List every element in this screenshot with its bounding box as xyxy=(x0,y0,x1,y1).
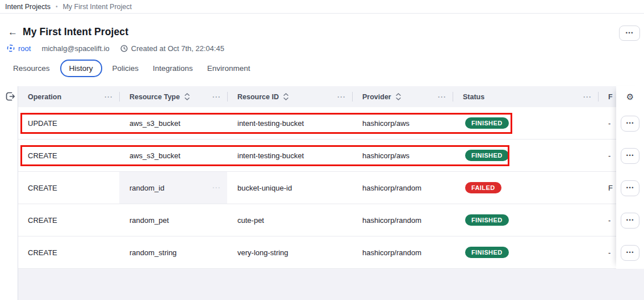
back-icon[interactable]: ← xyxy=(8,27,18,38)
cell-provider: hashicorp/random xyxy=(352,172,453,204)
row-actions-button[interactable]: ••• xyxy=(621,148,639,164)
project-meta: root michalg@spacelift.io Created at Oct… xyxy=(7,43,224,53)
tab-bar: Resources History Policies Integrations … xyxy=(13,58,250,78)
status-badge: FINISHED xyxy=(465,214,509,226)
cell-extra: - xyxy=(598,204,616,236)
status-badge: FINISHED xyxy=(465,117,509,129)
cell-operation: CREATE xyxy=(18,236,119,268)
breadcrumb-item-intent-projects[interactable]: Intent Projects xyxy=(5,3,51,11)
cell-extra: F xyxy=(598,172,616,204)
created-at-text: Created at Oct 7th, 22:04:45 xyxy=(131,44,224,53)
cell-extra: - xyxy=(598,236,616,268)
pinned-actions-column: ⚙ ••• ••• ••• ••• ••• xyxy=(616,86,644,269)
cell-resource-id: intent-testing-bucket xyxy=(227,107,352,139)
cell-resource-type: random_pet xyxy=(119,204,227,236)
cell-resource-id: intent-testing-bucket xyxy=(227,140,352,171)
column-header-partial[interactable]: F xyxy=(598,86,616,107)
row-actions-button[interactable]: ••• xyxy=(621,180,639,196)
table-row[interactable]: CREATE random_pet cute-pet hashicorp/ran… xyxy=(18,204,616,236)
cell-resource-id: very-long-string xyxy=(227,236,352,268)
cell-status: FAILED xyxy=(453,172,598,204)
table-row[interactable]: CREATE aws_s3_bucket intent-testing-buck… xyxy=(18,140,616,172)
cell-resource-id: bucket-unique-id xyxy=(227,172,352,204)
sort-icon[interactable] xyxy=(396,93,401,100)
tab-environment[interactable]: Environment xyxy=(207,64,250,73)
column-header-resource-id[interactable]: Resource ID ⋯ xyxy=(227,86,352,107)
space-target-icon xyxy=(7,44,15,52)
breadcrumb-separator: • xyxy=(56,3,58,10)
table-row[interactable]: CREATE random_id ⋯ bucket-unique-id hash… xyxy=(18,172,616,204)
sort-icon[interactable] xyxy=(283,93,288,100)
table-header: Operation ⋯ Resource Type ⋯ Resource ID … xyxy=(18,86,616,107)
cell-operation: CREATE xyxy=(18,140,119,171)
user-email: michalg@spacelift.io xyxy=(41,44,109,53)
tab-policies[interactable]: Policies xyxy=(112,64,139,73)
status-badge: FINISHED xyxy=(465,247,509,259)
cell-provider: hashicorp/aws xyxy=(352,140,453,171)
expand-panel-icon[interactable] xyxy=(5,91,16,102)
table-footer-area xyxy=(18,269,644,300)
created-item: Created at Oct 7th, 22:04:45 xyxy=(120,44,224,53)
tab-resources[interactable]: Resources xyxy=(13,64,50,73)
column-header-provider[interactable]: Provider ⋯ xyxy=(352,86,453,107)
tab-integrations[interactable]: Integrations xyxy=(153,64,193,73)
page-title: My First Intent Project xyxy=(23,26,128,38)
column-label: F xyxy=(608,93,613,101)
ellipsis-icon: ••• xyxy=(625,31,634,36)
cell-status: FINISHED xyxy=(453,107,598,139)
breadcrumb-item-current[interactable]: My First Intent Project xyxy=(62,3,132,11)
gear-icon[interactable]: ⚙ xyxy=(626,92,634,101)
cell-resource-id: cute-pet xyxy=(227,204,352,236)
cell-extra: - xyxy=(598,140,616,171)
column-label: Resource Type xyxy=(129,93,180,101)
row-actions-button[interactable]: ••• xyxy=(621,213,639,229)
cell-operation: CREATE xyxy=(18,204,119,236)
table-body: UPDATE aws_s3_bucket intent-testing-buck… xyxy=(18,107,616,269)
column-header-resource-type[interactable]: Resource Type ⋯ xyxy=(119,86,227,107)
column-label: Operation xyxy=(28,93,61,101)
cell-operation: UPDATE xyxy=(18,107,119,139)
cell-provider: hashicorp/random xyxy=(352,236,453,268)
cell-resource-type: random_string xyxy=(119,236,227,268)
ellipsis-icon: ••• xyxy=(626,250,634,255)
status-badge: FINISHED xyxy=(465,150,509,162)
column-label: Status xyxy=(463,93,484,101)
column-header-operation[interactable]: Operation ⋯ xyxy=(18,86,119,107)
project-actions-button[interactable]: ••• xyxy=(619,26,640,41)
sort-icon[interactable] xyxy=(185,93,190,100)
cell-resource-type[interactable]: random_id ⋯ xyxy=(119,172,227,204)
cell-text: random_id xyxy=(129,184,164,192)
cell-operation: CREATE xyxy=(18,172,119,204)
row-actions-button[interactable]: ••• xyxy=(621,116,639,132)
column-label: Resource ID xyxy=(237,93,279,101)
cell-status: FINISHED xyxy=(453,140,598,171)
clock-icon xyxy=(120,45,128,52)
space-item: root xyxy=(7,44,31,53)
table-settings: ⚙ xyxy=(616,86,644,107)
cell-status: FINISHED xyxy=(453,204,598,236)
table-row[interactable]: CREATE random_string very-long-string ha… xyxy=(18,236,616,269)
cell-extra: - xyxy=(598,107,616,139)
cell-provider: hashicorp/random xyxy=(352,204,453,236)
cell-provider: hashicorp/aws xyxy=(352,107,453,139)
ellipsis-icon: ••• xyxy=(626,121,634,126)
status-badge: FAILED xyxy=(465,182,501,194)
table-row[interactable]: UPDATE aws_s3_bucket intent-testing-buck… xyxy=(18,107,616,140)
tab-history[interactable]: History xyxy=(60,60,102,77)
breadcrumb: Intent Projects • My First Intent Projec… xyxy=(0,0,644,14)
ellipsis-icon: ••• xyxy=(626,185,634,191)
ellipsis-icon: ••• xyxy=(626,218,634,223)
ellipsis-icon: ••• xyxy=(626,153,634,158)
cell-resource-type: aws_s3_bucket xyxy=(119,140,227,171)
column-label: Provider xyxy=(362,93,391,101)
cell-status: FINISHED xyxy=(453,236,598,268)
column-header-status[interactable]: Status ⋯ xyxy=(453,86,598,107)
space-link[interactable]: root xyxy=(18,44,31,53)
row-actions-button[interactable]: ••• xyxy=(621,245,639,261)
cell-resource-type: aws_s3_bucket xyxy=(119,107,227,139)
